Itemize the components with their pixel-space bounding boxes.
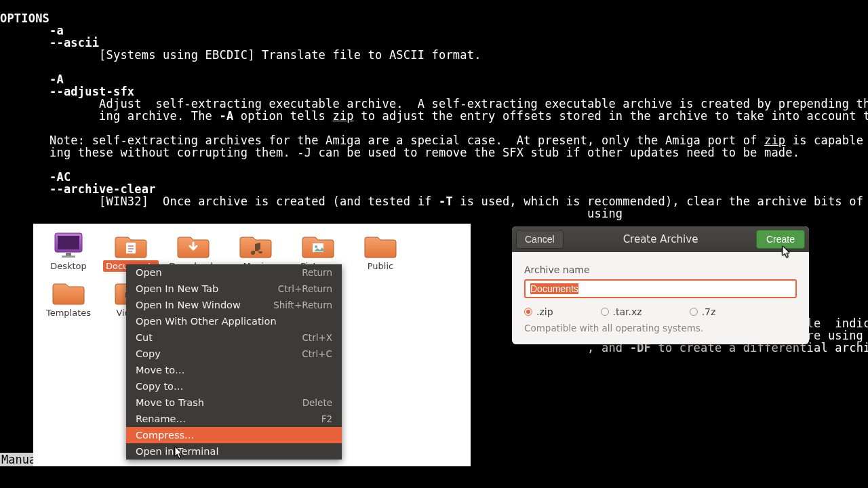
ctx-label: Rename… <box>136 413 186 424</box>
ctx-label: Copy <box>136 348 161 359</box>
ctx-rename[interactable]: Rename…F2 <box>126 411 342 427</box>
radio-label: .zip <box>536 306 553 317</box>
dialog-header: Cancel Create Archive Create <box>512 226 809 252</box>
ctx-open[interactable]: OpenReturn <box>126 264 342 281</box>
ctx-label: Open With Other Application <box>136 316 277 327</box>
ctx-shortcut: Ctrl+Return <box>278 283 332 294</box>
radio-bullet-icon <box>601 308 609 316</box>
ctx-open-with-other-application[interactable]: Open With Other Application <box>126 313 342 329</box>
compat-note: Compatible with all operating systems. <box>524 323 797 333</box>
ctx-move-to-trash[interactable]: Move to TrashDelete <box>126 394 342 411</box>
archive-name-input[interactable] <box>524 279 797 298</box>
ctx-open-in-new-window[interactable]: Open In New WindowShift+Return <box>126 297 342 313</box>
create-button[interactable]: Create <box>756 230 805 249</box>
ctx-label: Copy to… <box>136 381 183 392</box>
format-radio-zip[interactable]: .zip <box>524 306 553 317</box>
cancel-button[interactable]: Cancel <box>516 230 564 249</box>
radio-label: .tar.xz <box>613 306 642 317</box>
ctx-label: Open In New Tab <box>136 283 218 294</box>
svg-rect-2 <box>66 253 71 256</box>
svg-rect-3 <box>62 256 75 258</box>
ctx-shortcut: F2 <box>321 413 332 424</box>
format-radio-tarxz[interactable]: .tar.xz <box>601 306 642 317</box>
ctx-label: Open in Terminal <box>136 446 218 457</box>
manpage-status-fragment: Manua <box>0 453 37 466</box>
svg-point-9 <box>315 245 317 248</box>
format-radio-group[interactable]: .zip.tar.xz.7z <box>524 306 797 317</box>
fm-item-label: Templates <box>43 307 94 319</box>
ctx-copy[interactable]: CopyCtrl+C <box>126 346 342 362</box>
ctx-compress[interactable]: Compress… <box>126 427 342 443</box>
radio-label: .7z <box>702 306 716 317</box>
ctx-label: Open In New Window <box>136 300 241 310</box>
format-radio-7z[interactable]: .7z <box>690 306 716 317</box>
ctx-shortcut: Return <box>302 267 332 278</box>
ctx-shortcut: Ctrl+X <box>302 332 332 343</box>
ctx-label: Cut <box>136 332 153 343</box>
fm-item-public[interactable]: Public <box>349 228 412 274</box>
context-menu[interactable]: OpenReturnOpen In New TabCtrl+ReturnOpen… <box>126 264 342 460</box>
ctx-copy-to[interactable]: Copy to… <box>126 378 342 394</box>
fm-item-label: Desktop <box>47 260 90 272</box>
ctx-label: Move to… <box>136 365 185 375</box>
ctx-label: Compress… <box>136 430 195 441</box>
fm-item-label: Public <box>365 260 396 272</box>
radio-bullet-icon <box>524 308 532 316</box>
ctx-open-in-new-tab[interactable]: Open In New TabCtrl+Return <box>126 281 342 297</box>
radio-bullet-icon <box>690 308 698 316</box>
archive-name-label: Archive name <box>524 264 797 275</box>
ctx-label: Move to Trash <box>136 397 204 408</box>
fm-item-templates[interactable]: Templates <box>37 274 100 321</box>
ctx-open-in-terminal[interactable]: Open in Terminal <box>126 443 342 460</box>
dialog-title: Create Archive <box>623 233 698 245</box>
ctx-shortcut: Shift+Return <box>273 300 332 310</box>
fm-item-desktop[interactable]: Desktop <box>37 228 100 274</box>
create-archive-dialog[interactable]: Cancel Create Archive Create Archive nam… <box>512 226 809 344</box>
ctx-label: Open <box>136 267 162 278</box>
ctx-shortcut: Ctrl+C <box>302 348 332 359</box>
svg-rect-1 <box>58 236 79 249</box>
ctx-shortcut: Delete <box>302 397 332 408</box>
ctx-cut[interactable]: CutCtrl+X <box>126 329 342 346</box>
ctx-move-to[interactable]: Move to… <box>126 362 342 378</box>
